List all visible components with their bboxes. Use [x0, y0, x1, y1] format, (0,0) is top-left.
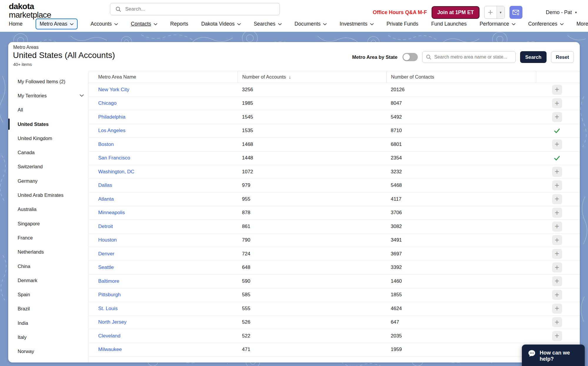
add-to-followed-button[interactable]: + [552, 85, 562, 95]
nav-item-home[interactable]: Home [9, 21, 23, 27]
sidebar-item-france[interactable]: France [8, 231, 88, 245]
nav-item-dakota-videos[interactable]: Dakota Videos [201, 21, 241, 27]
add-to-followed-button[interactable]: + [552, 249, 562, 259]
sidebar-item-spain[interactable]: Spain [8, 287, 88, 302]
row-action-cell: + [536, 98, 580, 108]
sidebar-item-china[interactable]: China [8, 259, 88, 273]
nav-item-performance[interactable]: Performance [480, 21, 515, 27]
row-action-cell: + [536, 235, 580, 245]
brand-logo-line1: dakota [9, 2, 51, 11]
column-header-number-of-contacts[interactable]: Number of Contacts [386, 71, 536, 83]
sidebar-item-united-states[interactable]: United States [8, 117, 88, 131]
nav-item-investments[interactable]: Investments [340, 21, 373, 27]
add-to-followed-button[interactable]: + [552, 98, 562, 108]
sidebar-item-norway[interactable]: Norway [8, 345, 88, 359]
nav-item-documents[interactable]: Documents [295, 21, 327, 27]
sidebar-item-singapore[interactable]: Singapore [8, 217, 88, 231]
metro-area-link[interactable]: Baltimore [98, 278, 119, 284]
metro-area-link[interactable]: Boston [98, 142, 114, 147]
sidebar-item-italy[interactable]: Italy [8, 330, 88, 344]
metro-filter-search[interactable] [422, 51, 516, 63]
sidebar-item-label: Singapore [18, 221, 40, 227]
add-to-followed-button[interactable]: + [552, 222, 562, 232]
caret-down-icon: ▼ [499, 11, 502, 14]
add-to-followed-button[interactable]: + [552, 317, 562, 327]
row-action-cell: + [536, 180, 580, 190]
accounts-count-cell: 1072 [238, 169, 386, 175]
table-row: Chicago19858047+ [89, 97, 580, 111]
sidebar-item-brazil[interactable]: Brazil [8, 302, 88, 316]
search-button[interactable]: Search [520, 51, 547, 63]
sidebar-item-my-territories[interactable]: My Territories [8, 89, 88, 103]
metro-area-link[interactable]: Los Angeles [98, 128, 126, 133]
accounts-count-cell: 526 [238, 319, 386, 325]
metro-area-link[interactable]: Houston [98, 237, 117, 243]
row-action-cell: + [536, 194, 580, 204]
sidebar-item-germany[interactable]: Germany [8, 174, 88, 188]
nav-item-fund-launches[interactable]: Fund Launches [431, 21, 467, 27]
chevron-down-icon [154, 23, 157, 25]
quick-add-dropdown-button[interactable]: ▼ [497, 6, 505, 19]
add-to-followed-button[interactable]: + [552, 276, 562, 286]
metro-area-link[interactable]: St. Louis [98, 306, 118, 311]
reset-button[interactable]: Reset [551, 51, 574, 63]
add-to-followed-button[interactable]: + [552, 112, 562, 122]
global-search[interactable] [110, 3, 280, 15]
metro-area-link[interactable]: North Jersey [98, 319, 126, 325]
nav-item-private-funds[interactable]: Private Funds [387, 21, 418, 27]
add-to-followed-button[interactable]: + [552, 304, 562, 314]
nav-item-searches[interactable]: Searches [254, 21, 282, 27]
metro-area-link[interactable]: Detroit [98, 224, 113, 229]
add-to-followed-button[interactable]: + [552, 331, 562, 341]
metro-area-link[interactable]: Denver [98, 251, 114, 257]
user-menu[interactable]: Demo - Pat ▼ [546, 9, 577, 16]
metro-area-link[interactable]: Atlanta [98, 196, 114, 202]
add-to-followed-button[interactable]: + [552, 235, 562, 245]
sidebar-item-denmark[interactable]: Denmark [8, 273, 88, 287]
sidebar-item-label: Switzerland [18, 164, 43, 169]
metro-area-by-state-toggle[interactable] [402, 53, 418, 61]
metro-area-link[interactable]: Milwaukee [98, 347, 122, 352]
add-to-followed-button[interactable]: + [552, 208, 562, 218]
added-check-icon [554, 156, 560, 161]
column-header-number-of-accounts[interactable]: Number of Accounts ↓ [238, 71, 386, 83]
sidebar-item-switzerland[interactable]: Switzerland [8, 160, 88, 174]
sidebar-item-united-arab-emirates[interactable]: United Arab Emirates [8, 188, 88, 202]
metro-area-link[interactable]: Washington, DC [98, 169, 134, 174]
add-to-followed-button[interactable]: + [552, 194, 562, 204]
global-search-input[interactable] [125, 6, 266, 12]
sidebar-item-australia[interactable]: Australia [8, 202, 88, 217]
quick-add-button[interactable]: + [485, 6, 497, 19]
add-to-followed-button[interactable]: + [552, 262, 562, 272]
metro-area-link[interactable]: San Francisco [98, 155, 130, 161]
metro-area-link[interactable]: New York City [98, 87, 129, 92]
metro-area-link[interactable]: Seattle [98, 264, 114, 270]
nav-item-metro-areas[interactable]: Metro Areas [36, 19, 78, 29]
sidebar-item-united-kingdom[interactable]: United Kingdom [8, 131, 88, 145]
nav-item-contacts[interactable]: Contacts [131, 21, 157, 27]
metro-area-link[interactable]: Minneapolis [98, 210, 125, 215]
sidebar-item-netherlands[interactable]: Netherlands [8, 245, 88, 259]
metro-area-link[interactable]: Dallas [98, 182, 112, 188]
nav-item-accounts[interactable]: Accounts [91, 21, 118, 27]
add-to-followed-button[interactable]: + [552, 139, 562, 149]
metro-area-link[interactable]: Pittsburgh [98, 292, 121, 297]
sidebar-item-canada[interactable]: Canada [8, 145, 88, 159]
column-header-metro-area-name[interactable]: Metro Area Name [89, 71, 238, 83]
add-to-followed-button[interactable]: + [552, 290, 562, 300]
add-to-followed-button[interactable]: + [552, 167, 562, 177]
accounts-count-cell: 979 [238, 182, 386, 188]
nav-item-more[interactable]: More [577, 21, 588, 27]
metro-area-link[interactable]: Cleveland [98, 333, 121, 339]
metro-area-link[interactable]: Chicago [98, 100, 116, 106]
sidebar-item-my-followed-items-2[interactable]: My Followed Items (2) [8, 74, 88, 89]
contacts-count-cell: 3232 [386, 169, 536, 175]
metro-area-link[interactable]: Philadelphia [98, 114, 126, 120]
nav-item-conferences[interactable]: Conferences [528, 21, 564, 27]
metro-filter-input[interactable] [434, 54, 511, 60]
nav-item-reports[interactable]: Reports [170, 21, 188, 27]
help-chat-button[interactable]: How can we help? [522, 345, 585, 366]
sidebar-item-all[interactable]: All [8, 103, 88, 117]
add-to-followed-button[interactable]: + [552, 180, 562, 190]
sidebar-item-india[interactable]: India [8, 316, 88, 330]
